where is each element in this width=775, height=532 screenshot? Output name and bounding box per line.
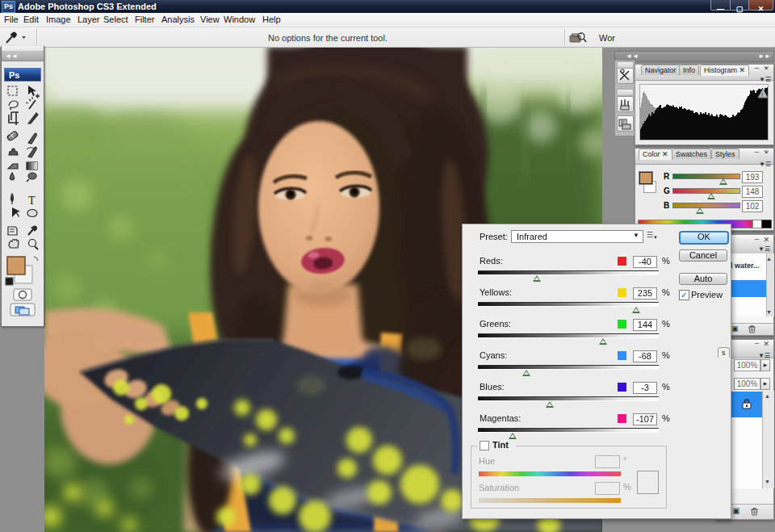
svg-text:!: ! <box>761 91 763 98</box>
svg-text:T: T <box>28 195 36 207</box>
